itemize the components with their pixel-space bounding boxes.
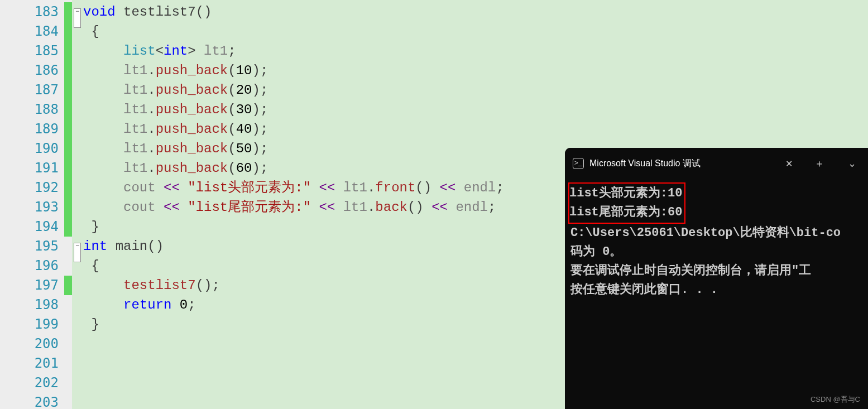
fold-cell: [72, 158, 83, 178]
line-number: 185: [0, 41, 59, 61]
highlighted-output: list头部元素为:10 list尾部元素为:60: [568, 182, 685, 224]
line-number: 190: [0, 139, 59, 158]
line-number: 187: [0, 80, 59, 100]
line-number: 198: [0, 295, 59, 315]
change-marker: [64, 198, 72, 217]
fold-cell: [72, 41, 83, 61]
line-number: 203: [0, 393, 59, 409]
change-marker: [64, 80, 72, 100]
change-marker: [64, 276, 72, 295]
line-number: 201: [0, 354, 59, 373]
code-line[interactable]: void testlist7(): [83, 2, 868, 22]
change-marker: [64, 354, 72, 373]
terminal-icon: >_: [573, 158, 584, 169]
fold-cell: [72, 61, 83, 80]
fold-cell: [72, 198, 83, 217]
fold-cell: [72, 119, 83, 139]
line-number: 183: [0, 2, 59, 22]
terminal-output: list头部元素为:10 list尾部元素为:60 C:\Users\25061…: [565, 179, 868, 303]
line-number: 191: [0, 158, 59, 178]
change-marker: [64, 61, 72, 80]
change-marker: [64, 237, 72, 256]
terminal-text: C:\Users\25061\Desktop\比特资料\bit-co 码为 0。…: [570, 226, 841, 297]
line-number: 199: [0, 315, 59, 334]
terminal-tab-title: Microsoft Visual Studio 调试: [589, 158, 776, 170]
change-marker: [64, 295, 72, 315]
fold-cell: [72, 80, 83, 100]
change-marker: [64, 22, 72, 41]
change-marker: [64, 158, 72, 178]
line-number: 194: [0, 217, 59, 237]
code-line[interactable]: lt1.push_back(20);: [83, 80, 868, 100]
line-number: 195: [0, 237, 59, 256]
change-marker: [64, 178, 72, 198]
code-line[interactable]: lt1.push_back(40);: [83, 119, 868, 139]
fold-cell: [72, 217, 83, 237]
code-line[interactable]: {: [83, 22, 868, 41]
change-marker: [64, 315, 72, 334]
line-number: 196: [0, 256, 59, 276]
new-tab-button[interactable]: ＋: [803, 148, 836, 179]
line-number: 186: [0, 61, 59, 80]
fold-cell: [72, 276, 83, 295]
line-number: 197: [0, 276, 59, 295]
line-number: 192: [0, 178, 59, 198]
line-number: 189: [0, 119, 59, 139]
close-tab-button[interactable]: ✕: [782, 158, 795, 169]
fold-cell: [72, 393, 83, 409]
change-marker: [64, 41, 72, 61]
code-line[interactable]: list<int> lt1;: [83, 41, 868, 61]
watermark: CSDN @吾与C: [811, 394, 860, 405]
fold-column: −−: [72, 0, 83, 409]
change-marker: [64, 334, 72, 354]
fold-cell: [72, 100, 83, 119]
fold-cell: [72, 256, 83, 276]
line-number: 193: [0, 198, 59, 217]
change-marker: [64, 2, 72, 22]
change-marker: [64, 139, 72, 158]
change-marker: [64, 373, 72, 393]
fold-cell: [72, 354, 83, 373]
fold-cell: [72, 178, 83, 198]
fold-cell: [72, 139, 83, 158]
fold-cell[interactable]: −: [72, 237, 83, 256]
fold-cell: [72, 315, 83, 334]
line-number: 202: [0, 373, 59, 393]
fold-cell: [72, 295, 83, 315]
fold-cell[interactable]: −: [72, 2, 83, 22]
terminal-window[interactable]: >_ Microsoft Visual Studio 调试 ✕ ＋ ⌄ list…: [565, 148, 868, 409]
change-marker-column: [64, 0, 72, 409]
fold-cell: [72, 22, 83, 41]
fold-cell: [72, 373, 83, 393]
code-line[interactable]: lt1.push_back(10);: [83, 61, 868, 80]
tab-dropdown-button[interactable]: ⌄: [836, 148, 868, 179]
terminal-titlebar[interactable]: >_ Microsoft Visual Studio 调试 ✕ ＋ ⌄: [565, 148, 868, 179]
line-number-gutter: 1831841851861871881891901911921931941951…: [0, 0, 64, 409]
code-line[interactable]: lt1.push_back(30);: [83, 100, 868, 119]
change-marker: [64, 393, 72, 409]
change-marker: [64, 100, 72, 119]
change-marker: [64, 217, 72, 237]
change-marker: [64, 256, 72, 276]
line-number: 200: [0, 334, 59, 354]
line-number: 184: [0, 22, 59, 41]
terminal-tab[interactable]: >_ Microsoft Visual Studio 调试 ✕: [565, 148, 803, 179]
fold-cell: [72, 334, 83, 354]
change-marker: [64, 119, 72, 139]
line-number: 188: [0, 100, 59, 119]
